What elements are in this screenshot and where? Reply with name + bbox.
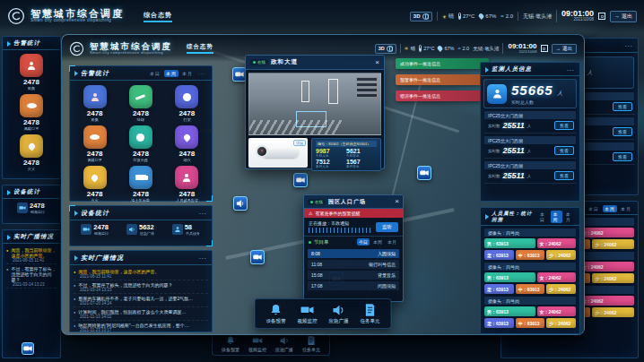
tab-overview[interactable]: 综合态势	[187, 43, 213, 54]
task-unit-button[interactable]: 任务单元	[302, 335, 320, 352]
action-bar: 设备预警 视频监控 应急广播 任务单元	[255, 298, 392, 329]
camera-map-marker[interactable]	[250, 250, 265, 264]
task-unit-button[interactable]: 任务单元	[361, 303, 380, 324]
schedule-row[interactable]: 8:08入园须知	[308, 249, 399, 258]
people-row: IPC25北大门西侧 实时数25511人 查看	[484, 161, 576, 184]
camera-map-marker[interactable]	[22, 342, 34, 355]
camera-device-card: 详情	[248, 138, 308, 168]
panel-title: 告警统计	[81, 69, 109, 78]
view-button[interactable]: 查看	[613, 152, 632, 161]
broadcast-item[interactable]: ●响起周特里的“阿尼玛格斯”一台自己发生机应用，整个… 2021-11-23 1…	[74, 321, 208, 332]
title-marker-icon	[7, 235, 11, 240]
exit-button[interactable]: →退出	[552, 44, 578, 54]
bg-broadcast-panel: 实时广播情况 ●闻音，我当前联动室，这是小区的声音。 2021-06-15 11…	[2, 229, 61, 358]
broadcast-item[interactable]: ●计算时间，我们预想，恒别再担了这么个大质量调度… 2021-11-13 14:…	[74, 307, 208, 321]
app-subtitle: Smart city comprehensive dispatching	[90, 51, 172, 55]
tab-day[interactable]: 本日	[538, 211, 549, 223]
emergency-broadcast-button[interactable]: 应急广播	[275, 335, 293, 352]
garbage-alarm-icon	[129, 125, 152, 149]
listen-button[interactable]: 监听	[376, 222, 398, 232]
chip-female: 女：24062	[579, 228, 634, 237]
tab-week[interactable]: 本周	[164, 70, 178, 77]
broadcast-item[interactable]: ●不过，有禁停了标头，没想还给于白天的问题？ 2021-03-14 13:23	[74, 280, 208, 294]
schedule-row[interactable]: 11:08银行叫号信息	[308, 260, 399, 269]
people-count-icon	[487, 84, 507, 104]
alarm-stat-item: 2478 聚集	[3, 50, 60, 92]
alarm-label: 火灾	[5, 167, 58, 171]
weather-temp: 27°C	[419, 45, 434, 52]
chip-middle: 中：63913	[516, 250, 545, 260]
chip-young: 少：24062	[546, 318, 576, 328]
thermometer-icon	[458, 13, 461, 20]
close-icon[interactable]: ×	[375, 59, 379, 66]
person-icon	[172, 224, 183, 235]
device-stat-value: 2478	[30, 203, 46, 210]
tab-day[interactable]: 本日	[587, 205, 601, 212]
toast-success[interactable]: 成功事件—推送信息›	[396, 58, 489, 69]
broadcast-item[interactable]: ●闻音，我当前联动室，这是小区的声音。 2021-06-15 11:41	[6, 246, 57, 264]
chip-young: 少：24062	[592, 307, 634, 317]
tab-week[interactable]: 本周	[371, 238, 384, 246]
camera-map-marker[interactable]	[417, 166, 431, 180]
wind-icon: ≈	[457, 46, 460, 51]
tab-month[interactable]: 本月	[564, 211, 575, 223]
more-icon[interactable]: ···	[196, 70, 207, 77]
more-icon[interactable]: ···	[199, 255, 207, 261]
tab-week[interactable]: 本周	[603, 205, 617, 212]
tab-day[interactable]: 本日	[148, 70, 162, 77]
view-button[interactable]: 查看	[554, 171, 574, 180]
view-button[interactable]: 查看	[613, 127, 632, 136]
app-logo-icon	[69, 41, 84, 56]
view-button[interactable]: 查看	[554, 146, 574, 155]
device-warning-button[interactable]: 设备预警	[266, 303, 286, 324]
broadcast-item[interactable]: ●闻音，我当前联动室，这是小区的声音。 2021-06-15 11:41	[74, 267, 208, 280]
tab-month[interactable]: 本月	[619, 205, 633, 212]
speaker-icon	[126, 224, 137, 235]
tab-month[interactable]: 本月	[386, 238, 398, 246]
video-feed[interactable]	[248, 73, 381, 135]
tab-month[interactable]: 本月	[180, 70, 195, 77]
video-monitor-button[interactable]: 视频监控	[248, 335, 266, 352]
detection-box	[296, 111, 326, 127]
view-mode-toggle[interactable]: 3D	[410, 12, 432, 22]
toast-warning[interactable]: 预警事件—推送信息›	[396, 74, 489, 85]
toast-error[interactable]: 错误事件—推送信息›	[396, 90, 489, 101]
more-icon[interactable]: ···	[199, 211, 207, 216]
emergency-broadcast-button[interactable]: 应急广播	[329, 303, 349, 324]
more-icon[interactable]: ···	[625, 43, 633, 48]
title-marker-icon	[74, 255, 78, 261]
broadcast-item[interactable]: ●不过，有禁停了标头，没想还给于白天的问题？ 2021-03-14 13:23	[6, 264, 57, 289]
smoke-fire-alarm-icon	[175, 125, 198, 149]
detection-label-stack	[356, 77, 378, 99]
chip-young: 少：24062	[592, 239, 634, 249]
broadcast-item[interactable]: ●那里的车辆乱停不齐，老子只要站着儿一运，还要2气氛… 2021-07-20 1…	[74, 294, 208, 307]
tab-today[interactable]: 今日	[357, 238, 370, 246]
alarm-stat-item: 2478佩戴口罩	[72, 124, 117, 164]
schedule-row[interactable]: 17:08闭园须知	[308, 281, 399, 290]
panel-title: 设备统计	[13, 188, 40, 196]
detail-button[interactable]: 详情	[293, 140, 306, 146]
alarm-stat-item: 2478打架	[164, 83, 210, 124]
schedule-row[interactable]: 15:08背景音乐	[308, 271, 399, 280]
video-popup: 在线 政和大道 × 详情 编号：S530	[245, 55, 385, 169]
app-subtitle: Smart city comprehensive dispatching	[30, 19, 124, 23]
tab-week[interactable]: 本周	[551, 211, 561, 223]
panel-title: 实时广播情况	[81, 254, 124, 263]
close-icon[interactable]: ×	[395, 198, 399, 205]
device-warning-button[interactable]: 设备预警	[222, 335, 239, 352]
broadcast-time: 2021-03-14 13:23	[13, 282, 57, 287]
view-button[interactable]: 查看	[613, 102, 632, 111]
camera-map-marker[interactable]	[293, 173, 308, 187]
bullet-icon: ●	[74, 270, 75, 274]
tab-overview[interactable]: 综合态势	[144, 11, 172, 22]
camera-icon	[17, 203, 28, 213]
view-button[interactable]: 查看	[554, 121, 574, 130]
bullet-icon: ●	[74, 283, 75, 288]
speaker-map-marker[interactable]	[233, 196, 248, 211]
exit-button[interactable]: →退出	[610, 11, 637, 22]
fullscreen-icon[interactable]	[541, 45, 548, 52]
more-icon[interactable]: ···	[567, 67, 575, 73]
video-monitor-button[interactable]: 视频监控	[298, 303, 318, 324]
fullscreen-icon[interactable]	[598, 13, 605, 20]
view-mode-toggle[interactable]: 3D	[375, 44, 396, 54]
